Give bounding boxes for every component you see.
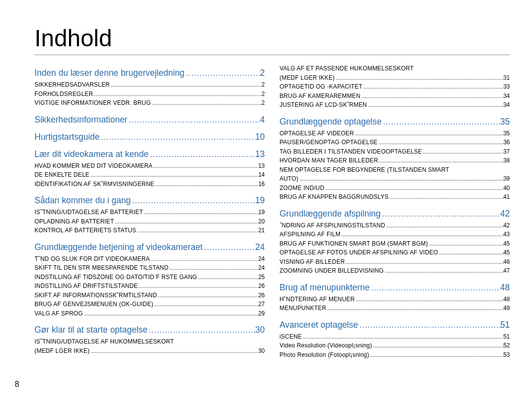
toc-section[interactable]: Brug af menupunkterne...................…: [280, 282, 510, 293]
toc-subentry[interactable]: Photo Resolution (Fotoopl¡sning)........…: [280, 350, 510, 360]
toc-subentry[interactable]: iSCENE..................................…: [280, 332, 510, 342]
toc-leader-dots: ........................................…: [197, 273, 258, 282]
toc-section[interactable]: Inden du læser denne brugervejledning...…: [34, 68, 265, 78]
toc-section[interactable]: Grundlæggende afspilning................…: [280, 209, 510, 219]
toc-subentry-page: 34: [503, 100, 510, 110]
toc-subentry[interactable]: OPTAGETID OG -KAPACITET.................…: [280, 82, 510, 92]
toc-subentry[interactable]: BRUG AF FUNKTIONEN SMART BGM (SMART BGM)…: [280, 239, 510, 249]
toc-subentry[interactable]: AFSPILNING AF FILM......................…: [280, 230, 510, 239]
toc-subentry[interactable]: DE ENKELTE DELE.........................…: [34, 170, 265, 180]
toc-subentry-label: OPTAGETID OG -KAPACITET: [280, 82, 363, 92]
toc-subentry[interactable]: SKIFT TIL DEN STR MBESPARENDE TILSTAND..…: [34, 263, 265, 273]
toc-subentry-label: HVAD KOMMER MED DIT VIDEOKAMERA: [34, 161, 153, 171]
toc-subentry[interactable]: SIKKERHEDSADVARSLER.....................…: [34, 80, 265, 90]
toc-subentry[interactable]: (MEDF LGER IKKE)........................…: [280, 73, 510, 83]
toc-subentry-page: 33: [503, 82, 510, 92]
toc-subentry-page: 39: [503, 174, 510, 184]
toc-subentry[interactable]: JUSTERING AF LCD-SK˜RMEN................…: [280, 100, 510, 110]
toc-leader-dots: ........................................…: [345, 257, 503, 267]
toc-subentry[interactable]: BRUG AF KAMERAREMMEN....................…: [280, 92, 510, 101]
toc-subentry[interactable]: IS˜TNING/UDTAGELSE AF BATTERIET.........…: [34, 208, 265, 217]
toc-subentry[interactable]: NEM OPTAGELSE FOR BEGYNDERE (TILSTANDEN …: [280, 165, 510, 175]
toc-subentry[interactable]: HVAD KOMMER MED DIT VIDEOKAMERA.........…: [34, 161, 265, 171]
toc-subentry[interactable]: ZOOME IND/UD............................…: [280, 184, 510, 193]
toc-section[interactable]: Hurtigstartsguide.......................…: [34, 132, 265, 142]
toc-leader-dots: ........................................…: [138, 281, 258, 291]
toc-subentry[interactable]: AUTO)...................................…: [280, 174, 510, 184]
toc-subentry[interactable]: (MEDF LGER IKKE)........................…: [34, 346, 265, 356]
toc-leader-dots: ........................................…: [334, 73, 503, 83]
toc-leader-dots: ........................................…: [385, 221, 503, 230]
toc-subentry-label: JUSTERING AF LCD-SK˜RMEN: [280, 100, 367, 110]
toc-subentry-page: 26: [258, 281, 265, 291]
toc-subentry[interactable]: INDSTILLING AF TIDSZONE OG DATO/TID F RS…: [34, 273, 265, 282]
toc-subentry[interactable]: KONTROL AF BATTERIETS STATUS............…: [34, 226, 265, 235]
toc-subentry[interactable]: BRUG AF KNAPPEN BAGGRUNDSLYS............…: [280, 192, 510, 202]
toc-subentry-page: 35: [503, 129, 510, 138]
toc-subentry-page: 47: [503, 266, 510, 276]
toc-subentry[interactable]: HVORDAN MAN TAGER BILLEDER..............…: [280, 156, 510, 165]
toc-leader-dots: ........................................…: [299, 174, 503, 184]
toc-subentry[interactable]: VISNING AF BILLEDER.....................…: [280, 257, 510, 267]
toc-subentry-page: 29: [258, 309, 265, 318]
toc-subentry-label: VISNING AF BILLEDER: [280, 257, 345, 267]
toc-subentry[interactable]: BRUG AF GENVEJSMENUEN (OK-GUIDE)........…: [34, 300, 265, 309]
toc-section[interactable]: Grundlæggende optagelse.................…: [280, 117, 510, 127]
toc-subentry[interactable]: SKIFT AF INFORMATIONSSK˜RMTILSTAND......…: [34, 291, 265, 300]
toc-leader-dots: ........................................…: [143, 208, 258, 217]
toc-subentry[interactable]: IDENTIFIKATION AF SK˜RMVISNINGERNE......…: [34, 180, 265, 189]
toc-subentry-label: SKIFT TIL DEN STR MBESPARENDE TILSTAND: [34, 263, 168, 273]
toc-subentry-label: ˜NDRING AF AFSPILNINGSTILSTAND: [280, 221, 385, 230]
toc-subentry-page: 42: [503, 221, 510, 230]
toc-subentry-page: 24: [258, 263, 265, 273]
toc-subentry-label: (MEDF LGER IKKE): [280, 73, 335, 83]
toc-section-label: Grundlæggende afspilning: [280, 209, 381, 219]
toc-leader-dots: ........................................…: [202, 243, 255, 252]
toc-subentry[interactable]: VALG AF ET PASSENDE HUKOMMELSESKORT: [280, 64, 510, 73]
toc-subentry[interactable]: FORHOLDSREGLER..........................…: [34, 90, 265, 99]
toc-subentry-label: DE ENKELTE DELE: [34, 170, 89, 180]
toc-subentry-label: ZOOME IND/UD: [280, 184, 325, 193]
toc-section[interactable]: Avanceret optagelse.....................…: [280, 320, 510, 330]
toc-subentry-page: 21: [258, 226, 265, 235]
toc-subentry-label: FORHOLDSREGLER: [34, 90, 93, 99]
toc-subentry[interactable]: H˚NDTERING AF MENUER....................…: [280, 295, 510, 304]
toc-subentry[interactable]: MENUPUNKTER.............................…: [280, 304, 510, 313]
toc-section[interactable]: Grundlæggende betjening af videokameraet…: [34, 242, 265, 252]
toc-subentry[interactable]: T˜ND OG SLUK FOR DIT VIDEOKAMERA........…: [34, 254, 265, 264]
toc-subentry-label: AFSPILNING AF FILM: [280, 230, 341, 239]
toc-subentry-page: 52: [503, 341, 510, 350]
toc-leader-dots: ........................................…: [354, 129, 503, 138]
toc-subentry[interactable]: Video Resolution (Videoopl¡sning).......…: [280, 341, 510, 350]
toc-subentry[interactable]: TAG BILLEDER I TILSTANDEN VIDEOOPTAGELSE…: [280, 147, 510, 156]
toc-subentry-page: 37: [503, 147, 510, 156]
toc-section-page: 2: [260, 68, 265, 78]
toc-subentry[interactable]: OPTAGELSE AF VIDEOER....................…: [280, 129, 510, 138]
toc-section[interactable]: Sådan kommer du i gang..................…: [34, 195, 265, 206]
toc-section-page: 10: [255, 132, 265, 142]
toc-subentry[interactable]: OPLADNING AF BATTERIET..................…: [34, 217, 265, 226]
toc-subentry[interactable]: OPTAGELSE AF FOTOS UNDER AFSPILNING AF V…: [280, 248, 510, 257]
toc-leader-dots: ........................................…: [340, 230, 503, 239]
toc-subentry[interactable]: VIGTIGE INFORMATIONER VEDR. BRUG........…: [34, 98, 265, 108]
toc-subentry[interactable]: VALG AF SPROG...........................…: [34, 309, 265, 318]
toc-subentry[interactable]: IS˜TNING/UDTAGELSE AF HUKOMMELSESKORT: [34, 337, 265, 346]
toc-leader-dots: ........................................…: [151, 98, 262, 108]
toc-subentry-page: 46: [503, 257, 510, 267]
toc-subentry[interactable]: INDSTILLING AF DRIFTSTILSTANDE..........…: [34, 281, 265, 291]
toc-section[interactable]: Gør klar til at starte optagelse........…: [34, 325, 265, 335]
toc-subentry-label: (MEDF LGER IKKE): [34, 346, 90, 356]
toc-subentry-label: VALG AF SPROG: [34, 309, 83, 318]
toc-leader-dots: ........................................…: [110, 80, 262, 90]
toc-subentry-label: BRUG AF KAMERAREMMEN: [280, 92, 361, 101]
toc-section[interactable]: Sikkerhedsinformationer.................…: [34, 115, 265, 125]
toc-section-page: 19: [255, 195, 265, 206]
toc-section-label: Hurtigstartsguide: [34, 132, 100, 142]
toc-subentry[interactable]: PAUSER/GENOPTAG OPTAGELSE...............…: [280, 138, 510, 147]
toc-subentry-label: VIGTIGE INFORMATIONER VEDR. BRUG: [34, 98, 151, 108]
toc-subentry[interactable]: ˜NDRING AF AFSPILNINGSTILSTAND..........…: [280, 221, 510, 230]
toc-section-page: 35: [500, 117, 510, 127]
toc-section[interactable]: Lær dit videokamera at kende............…: [34, 149, 265, 159]
toc-subentry[interactable]: ZOOMNING UNDER BILLEDVISNING............…: [280, 266, 510, 276]
toc-leader-dots: ........................................…: [128, 116, 260, 125]
